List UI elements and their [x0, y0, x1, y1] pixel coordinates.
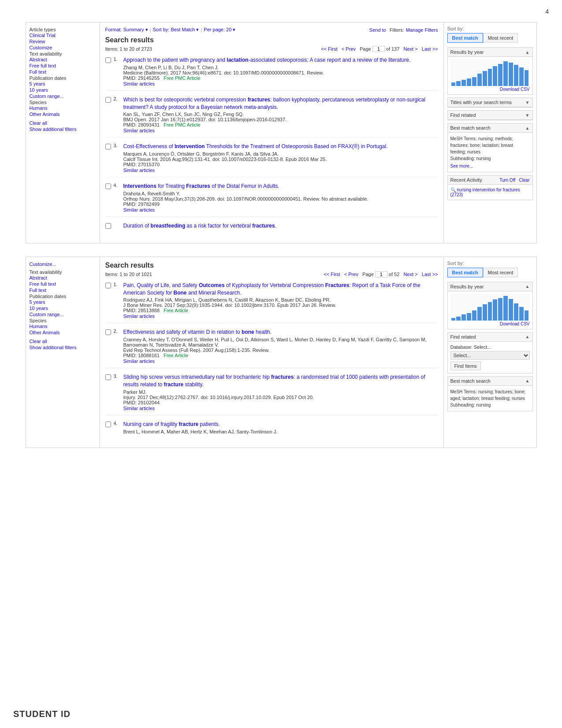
similar-link-1-2[interactable]: Similar articles	[123, 128, 155, 133]
send-to-button[interactable]: Send to	[369, 27, 386, 33]
sidebar-custom-range-2[interactable]: Custom range...	[30, 312, 96, 317]
chart-bar	[483, 304, 487, 320]
similar-link-1-1[interactable]: Similar articles	[123, 81, 155, 86]
sidebar-full-text-2[interactable]: Full text	[30, 287, 96, 293]
format-label[interactable]: Format: Summary ▾	[105, 27, 148, 33]
article-title-2-1[interactable]: Pain, Quality of Life, and Safety Outcom…	[123, 282, 421, 296]
article-title-1-4[interactable]: Interventions for Treating Fractures of …	[123, 183, 279, 189]
best-match-header-2[interactable]: Best match search ▲	[448, 377, 532, 386]
nav-prev-1[interactable]: < Prev	[342, 46, 356, 52]
nav-first-2[interactable]: << First	[324, 272, 340, 277]
recent-activity-item-1[interactable]: 🔍 nursing intervention for fractures (27…	[450, 187, 530, 197]
article-checkbox-1-5[interactable]	[105, 223, 111, 229]
sidebar-free-full-text-2[interactable]: Free full text	[30, 281, 96, 287]
sidebar-show-additional-filters[interactable]: Show additional filters	[30, 127, 96, 132]
article-title-1-5[interactable]: Duration of breastfeeding as a risk fact…	[123, 223, 277, 229]
manage-filters-link[interactable]: Manage Filters	[406, 27, 438, 33]
article-checkbox-1-4[interactable]	[105, 183, 111, 189]
page-input-1[interactable]	[372, 46, 385, 52]
sort-best-match-2[interactable]: Best match	[447, 268, 483, 277]
chevron-find-related-1: ▼	[525, 113, 530, 118]
chart-bar	[467, 313, 471, 321]
chart-bar	[477, 307, 482, 321]
similar-link-2-3[interactable]: Similar articles	[123, 406, 155, 411]
chart-bar	[477, 74, 482, 86]
best-match-header-1[interactable]: Best match search ▲	[448, 123, 532, 133]
sidebar-5-years-2[interactable]: 5 years	[30, 299, 96, 305]
sidebar-humans[interactable]: Humans	[30, 105, 96, 111]
article-checkbox-2-3[interactable]	[105, 374, 111, 380]
page-input-2[interactable]	[375, 271, 387, 277]
article-checkbox-1-2[interactable]	[105, 97, 111, 103]
results-by-year-header-2[interactable]: Results by year ▲	[448, 282, 532, 291]
article-title-2-2[interactable]: Effectiveness and safety of vitamin D in…	[123, 329, 272, 335]
per-page-label[interactable]: Per page: 20 ▾	[204, 27, 235, 33]
download-csv-1[interactable]: Download CSV	[500, 87, 530, 92]
sidebar-other-animals-2[interactable]: Other Animals	[30, 330, 96, 335]
sidebar-full-text[interactable]: Full text	[30, 69, 96, 75]
format-bar-1: Format: Summary ▾ | Sort by: Best Match …	[105, 27, 438, 33]
sidebar-customize[interactable]: Customize	[30, 45, 96, 50]
search-results-title-1: Search results	[105, 36, 438, 44]
nav-next-1[interactable]: Next >	[404, 46, 418, 52]
find-related-data-header-1[interactable]: Find related ▼	[448, 111, 532, 120]
recent-activity-section-1: Recent Activity Turn Off Clear 🔍 nursing…	[447, 175, 533, 200]
article-title-1-2[interactable]: Which is best for osteoporotic vertebral…	[123, 97, 425, 110]
sidebar-abstract[interactable]: Abstract	[30, 57, 96, 62]
article-pmid-1-4: PMID: 29782499	[123, 202, 438, 207]
chart-bar	[498, 298, 502, 320]
similar-link-2-2[interactable]: Similar articles	[123, 358, 155, 364]
similar-link-1-3[interactable]: Similar articles	[123, 168, 155, 173]
sidebar-abstract-2[interactable]: Abstract	[30, 275, 96, 280]
article-checkbox-1-3[interactable]	[105, 144, 111, 149]
sort-label[interactable]: Sort by: Best Match ▾	[153, 27, 199, 33]
article-title-1-1[interactable]: Approach to the patient with pregnancy a…	[123, 57, 411, 63]
results-by-year-header-1[interactable]: Results by year ▲	[448, 48, 532, 57]
article-title-1-3[interactable]: Cost-Effectiveness of Intervention Thres…	[123, 143, 388, 149]
article-checkbox-2-1[interactable]	[105, 283, 111, 288]
sidebar-clinical-trial[interactable]: Clinical Trial	[30, 33, 96, 38]
article-checkbox-1-1[interactable]	[105, 57, 111, 63]
see-more-1[interactable]: See more...	[450, 163, 530, 169]
sidebar-review[interactable]: Review	[30, 39, 96, 44]
sidebar-10-years-2[interactable]: 10 years	[30, 306, 96, 311]
download-csv-2[interactable]: Download CSV	[500, 321, 530, 326]
article-checkbox-2-4[interactable]	[105, 422, 111, 427]
sidebar-clear-all[interactable]: Clear all	[30, 120, 96, 126]
sort-most-recent-1[interactable]: Most recent	[483, 33, 518, 43]
recent-activity-header-1[interactable]: Recent Activity Turn Off Clear	[448, 175, 532, 185]
find-items-button-2[interactable]: Find Items	[450, 362, 481, 370]
sidebar-customize-2[interactable]: Customize...	[30, 261, 96, 267]
nav-last-1[interactable]: Last >>	[422, 46, 438, 52]
turn-off-clear-1[interactable]: Turn Off Clear	[499, 178, 529, 183]
titles-search-terms-header-1[interactable]: Titles with your search terms ▼	[448, 98, 532, 107]
nav-first-1[interactable]: << First	[321, 46, 337, 52]
sidebar-custom-range[interactable]: Custom range...	[30, 93, 96, 99]
sidebar-10-years[interactable]: 10 years	[30, 87, 96, 93]
sidebar-other-animals[interactable]: Other Animals	[30, 112, 96, 117]
sort-most-recent-2[interactable]: Most recent	[483, 268, 518, 277]
nav-last-2[interactable]: Last >>	[422, 272, 438, 277]
nav-prev-2[interactable]: < Prev	[344, 272, 358, 277]
find-related-data-header-2[interactable]: Find related ▲	[448, 332, 532, 342]
article-title-2-3[interactable]: Sliding hip screw versus intramedullary …	[123, 374, 425, 388]
sidebar-show-additional-filters-2[interactable]: Show additional filters	[30, 345, 96, 350]
results-nav-2: Items: 1 to 20 of 1021 << First < Prev P…	[105, 271, 438, 277]
database-select-2[interactable]: Select...	[450, 351, 530, 360]
results-nav-1: Items: 1 to 20 of 2723 << First < Prev P…	[105, 46, 438, 52]
page-number: 4	[545, 8, 549, 15]
article-title-2-4[interactable]: Nursing care of fragility fracture patie…	[123, 421, 220, 427]
article-item-1-1: 1. Approach to the patient with pregnanc…	[105, 56, 438, 91]
nav-next-2[interactable]: Next >	[404, 272, 418, 277]
sidebar-5-years[interactable]: 5 years	[30, 81, 96, 86]
right-panel-1: Sort by: Best match Most recent Results …	[444, 22, 536, 243]
sidebar-text-availability: Text availability	[30, 51, 96, 56]
sidebar-free-full-text[interactable]: Free full text	[30, 63, 96, 68]
sidebar-clear-all-2[interactable]: Clear all	[30, 339, 96, 344]
panel-1: Article types Clinical Trial Review Cust…	[26, 22, 537, 243]
similar-link-2-1[interactable]: Similar articles	[123, 314, 155, 319]
article-checkbox-2-2[interactable]	[105, 329, 111, 335]
similar-link-1-4[interactable]: Similar articles	[123, 207, 155, 213]
sort-best-match-1[interactable]: Best match	[447, 33, 483, 43]
sidebar-humans-2[interactable]: Humans	[30, 324, 96, 329]
